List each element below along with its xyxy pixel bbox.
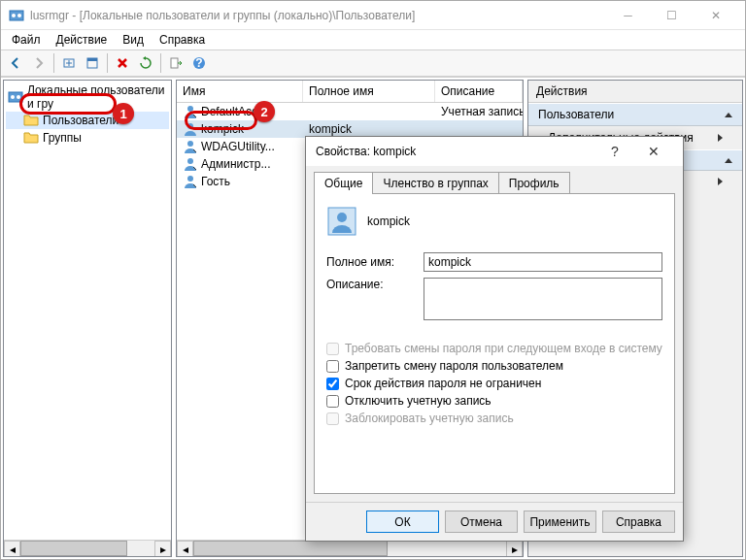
- svg-point-14: [187, 141, 193, 147]
- window-title: lusrmgr - [Локальные пользователи и груп…: [30, 9, 606, 22]
- svg-point-2: [17, 14, 21, 17]
- check-cannotchange-label: Запретить смену пароля пользователем: [345, 359, 563, 373]
- fullname-label: Полное имя:: [326, 255, 424, 269]
- actions-section-users[interactable]: Пользователи: [528, 103, 742, 126]
- list-row[interactable]: DefaultAcco... Учетная запись пользов: [177, 103, 523, 120]
- cell-desc: [435, 128, 523, 130]
- help-button[interactable]: ?: [188, 52, 210, 74]
- delete-button[interactable]: [112, 52, 133, 74]
- minimize-button[interactable]: ─: [606, 2, 650, 29]
- tree-root[interactable]: Локальные пользователи и гру: [6, 82, 169, 112]
- svg-point-18: [337, 213, 347, 222]
- tab-general[interactable]: Общие: [314, 172, 373, 194]
- tree-groups[interactable]: Группы: [6, 129, 169, 147]
- user-icon: [183, 121, 198, 137]
- export-button[interactable]: [165, 52, 186, 74]
- scroll-right-button[interactable]: ▸: [154, 541, 171, 557]
- dialog-username: kompick: [367, 214, 410, 228]
- arrow-right-icon: [718, 178, 723, 185]
- check-neverexpires-label: Срок действия пароля не ограничен: [345, 377, 541, 390]
- ok-button[interactable]: ОК: [366, 511, 439, 533]
- forward-button[interactable]: [28, 52, 50, 74]
- tree-hscroll[interactable]: ◂ ▸: [4, 540, 171, 556]
- check-mustchange-box: [326, 343, 339, 355]
- tree-panel: Локальные пользователи и гру Пользовател…: [3, 80, 172, 557]
- svg-point-1: [12, 14, 16, 17]
- cell-fullname: kompick: [303, 121, 435, 137]
- user-icon: [183, 104, 198, 119]
- scroll-left-button[interactable]: ◂: [177, 541, 193, 557]
- collapse-icon: [725, 158, 732, 163]
- list-hscroll[interactable]: ◂ ▸: [177, 540, 523, 556]
- check-mustchange-label: Требовать смены пароля при следующем вхо…: [345, 342, 662, 355]
- folder-icon: [23, 113, 39, 128]
- check-disabled[interactable]: Отключить учетную запись: [326, 394, 662, 408]
- scroll-thumb[interactable]: [193, 541, 388, 556]
- user-icon: [183, 174, 198, 189]
- cell-name: WDAGUtility...: [201, 140, 275, 153]
- tree-groups-label: Группы: [43, 131, 82, 145]
- check-mustchange: Требовать смены пароля при следующем вхо…: [326, 342, 662, 355]
- actions-section-label: Пользователи: [538, 108, 614, 121]
- menubar: Файл Действие Вид Справка: [1, 30, 745, 49]
- cell-name: DefaultAcco...: [201, 105, 274, 118]
- menu-help[interactable]: Справка: [153, 31, 212, 49]
- check-locked-box: [326, 412, 339, 425]
- desc-label: Описание:: [326, 278, 424, 291]
- check-locked-label: Заблокировать учетную запись: [345, 412, 514, 425]
- fullname-input[interactable]: [424, 252, 662, 272]
- svg-point-10: [11, 95, 15, 99]
- svg-text:?: ?: [195, 56, 202, 70]
- check-cannotchange-box[interactable]: [326, 360, 339, 373]
- svg-rect-5: [87, 58, 97, 61]
- dialog-title: Свойства: kompick: [316, 145, 595, 158]
- cell-name: kompick: [201, 122, 244, 136]
- tree-users[interactable]: Пользователи: [6, 112, 169, 129]
- cell-desc: Учетная запись пользов: [435, 104, 523, 119]
- collapse-icon: [725, 113, 732, 117]
- dialog-body: kompick Полное имя: Описание: Требовать …: [314, 193, 675, 494]
- desc-input[interactable]: [424, 278, 662, 320]
- scroll-left-button[interactable]: ◂: [4, 541, 20, 557]
- user-icon: [183, 139, 198, 154]
- user-icon: [183, 156, 198, 172]
- cell-fullname: [303, 111, 435, 113]
- cell-name: Администр...: [201, 157, 270, 171]
- dialog-close-button[interactable]: ✕: [634, 138, 673, 165]
- refresh-button[interactable]: [135, 52, 156, 74]
- apply-button[interactable]: Применить: [524, 511, 596, 533]
- dialog-help-button[interactable]: ?: [595, 138, 634, 165]
- svg-point-11: [17, 95, 20, 99]
- maximize-button[interactable]: ☐: [650, 2, 694, 29]
- check-neverexpires-box[interactable]: [326, 378, 339, 390]
- scroll-right-button[interactable]: ▸: [506, 541, 523, 557]
- back-button[interactable]: [5, 52, 26, 74]
- check-neverexpires[interactable]: Срок действия пароля не ограничен: [326, 377, 662, 390]
- tree-root-label: Локальные пользователи и гру: [27, 83, 167, 111]
- cancel-button[interactable]: Отмена: [445, 511, 518, 533]
- col-fullname[interactable]: Полное имя: [303, 81, 435, 102]
- scroll-thumb[interactable]: [20, 541, 127, 556]
- close-button[interactable]: ✕: [694, 2, 737, 29]
- col-name[interactable]: Имя: [177, 81, 303, 102]
- add-button[interactable]: [58, 52, 80, 74]
- tab-membership[interactable]: Членство в группах: [372, 172, 498, 194]
- menu-file[interactable]: Файл: [5, 31, 48, 49]
- arrow-right-icon: [718, 134, 723, 142]
- properties-dialog: Свойства: kompick ? ✕ Общие Членство в г…: [305, 136, 684, 542]
- user-large-icon: [326, 206, 357, 237]
- svg-point-16: [187, 176, 193, 181]
- actions-title: Действия: [528, 81, 742, 103]
- properties-button[interactable]: [82, 52, 103, 74]
- folder-icon: [23, 130, 39, 146]
- check-locked: Заблокировать учетную запись: [326, 412, 662, 425]
- tab-profile[interactable]: Профиль: [498, 172, 570, 194]
- cell-name: Гость: [201, 175, 230, 188]
- menu-action[interactable]: Действие: [50, 31, 115, 49]
- svg-point-12: [187, 106, 193, 112]
- check-disabled-box[interactable]: [326, 395, 339, 408]
- col-desc[interactable]: Описание: [435, 81, 523, 102]
- help-button[interactable]: Справка: [602, 511, 675, 533]
- check-cannotchange[interactable]: Запретить смену пароля пользователем: [326, 359, 662, 373]
- menu-view[interactable]: Вид: [116, 31, 151, 49]
